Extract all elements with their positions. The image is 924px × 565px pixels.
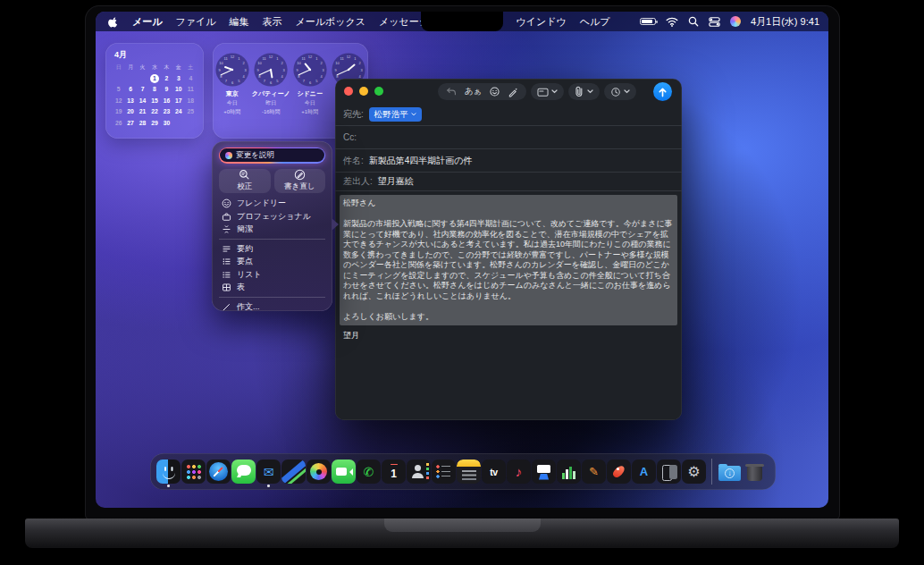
writing-tools-item-table[interactable]: 表 — [219, 282, 325, 295]
writing-tools-toolbar-icon[interactable] — [508, 87, 518, 97]
dock-item-finder[interactable] — [156, 460, 181, 484]
menu-item[interactable]: ヘルプ — [580, 15, 610, 29]
dock-item-calendar[interactable]: 1 — [382, 460, 406, 484]
system-settings-icon: ⚙ — [682, 460, 706, 484]
menu-item[interactable]: メールボックス — [296, 15, 366, 29]
messages-icon — [231, 460, 256, 484]
battery-icon[interactable] — [640, 18, 656, 26]
traffic-lights — [344, 87, 383, 96]
writing-tools-item-friendly[interactable]: フレンドリー — [219, 198, 325, 211]
siri-icon[interactable] — [730, 16, 741, 27]
clock-offset: +0時間 — [223, 108, 240, 116]
calendar-day: 6 — [124, 85, 136, 94]
world-clock: 123456789101112 シドニー今日+1時間 — [292, 53, 328, 116]
rocket-icon — [607, 460, 631, 484]
dock-item-messages[interactable] — [231, 460, 256, 484]
dock-item-launchpad[interactable] — [181, 460, 206, 484]
schedule-send-button[interactable] — [604, 83, 636, 100]
menu-item[interactable]: ファイル — [176, 15, 216, 29]
signature-text[interactable]: 望月 — [340, 325, 677, 342]
mail-icon: ✉ — [256, 460, 281, 484]
numbers-icon — [557, 460, 581, 484]
dock-item-app-store[interactable]: A — [632, 460, 656, 484]
dock-item-phone[interactable]: ✆ — [357, 460, 381, 484]
macbook-lid-groove — [384, 519, 541, 532]
calendar-weekday: 月 — [124, 63, 136, 72]
dock-item-notes[interactable] — [457, 460, 481, 484]
apple-intelligence-icon — [225, 152, 232, 159]
menu-item[interactable]: ウインドウ — [516, 15, 566, 29]
header-fields-button[interactable] — [531, 83, 564, 100]
proofread-button[interactable]: 校正 — [219, 169, 271, 193]
recipient-pill[interactable]: 松野浩平 — [369, 107, 422, 122]
menu-item[interactable]: 編集 — [230, 15, 249, 29]
menu-divider — [219, 239, 325, 240]
writing-tools-item-summary[interactable]: 要約 — [219, 242, 325, 256]
dock-item-iphone-mirroring[interactable] — [657, 460, 681, 484]
zoom-button[interactable] — [374, 87, 383, 96]
menu-item[interactable]: 表示 — [263, 15, 282, 29]
dock-item-numbers[interactable] — [557, 460, 581, 484]
writing-tools-item-list[interactable]: リスト — [219, 268, 325, 282]
dock-item-tv[interactable]: tv — [482, 460, 506, 484]
dock-item-downloads[interactable]: ↓ — [718, 460, 742, 484]
writing-tools-item-compose[interactable]: 作文... — [219, 300, 325, 314]
send-button[interactable] — [653, 82, 672, 101]
subject-field-row[interactable]: 件名: 新製品第4四半期計画の件 — [335, 149, 682, 173]
message-body[interactable]: 松野さん 新製品の市場投入戦略に関する第4四半期計画について、改めてご連絡です。… — [335, 191, 682, 345]
dock-item-facetime[interactable] — [332, 460, 356, 484]
calendar-day: 10 — [172, 85, 184, 94]
menu-bar-datetime[interactable]: 4月1日(水) 9:41 — [751, 15, 819, 29]
close-button[interactable] — [344, 87, 353, 96]
calendar-day: 26 — [113, 119, 124, 128]
writing-tools-item-concise[interactable]: 簡潔 — [219, 223, 325, 237]
calendar-day — [113, 74, 124, 83]
menu-app-name[interactable]: メール — [132, 15, 163, 29]
maps-icon — [281, 460, 306, 484]
search-icon[interactable] — [688, 16, 699, 27]
dock-item-music[interactable]: ♪ — [507, 460, 531, 484]
dock-item-safari[interactable] — [206, 460, 231, 484]
describe-change-input[interactable]: 変更を説明 — [220, 148, 323, 162]
to-field-row[interactable]: 宛先: 松野浩平 — [335, 104, 682, 126]
calendar-day: 5 — [113, 85, 124, 94]
clock-day: 今日 — [227, 99, 238, 107]
calendar-weekday: 木 — [161, 63, 172, 72]
wifi-icon[interactable] — [666, 17, 678, 27]
cc-field-row[interactable]: Cc: — [335, 126, 682, 149]
apple-menu-icon[interactable] — [108, 16, 119, 28]
writing-tools-item-key-points[interactable]: 要点 — [219, 256, 325, 269]
dock-item-rocket[interactable] — [607, 460, 631, 484]
rewrite-button[interactable]: 書き直し — [274, 169, 326, 193]
dock-item-contacts[interactable] — [407, 460, 431, 484]
calendar-day: 24 — [172, 107, 184, 116]
calendar-weekday: 水 — [148, 63, 160, 72]
calendar-widget[interactable]: 4月 日月火水木金土123456789101112131415161718192… — [105, 43, 204, 139]
attachment-button[interactable] — [568, 83, 600, 100]
svg-text:10: 10 — [297, 61, 301, 65]
dock-item-reminders[interactable] — [432, 460, 456, 484]
macbook-lid: メール ファイル編集表示メールボックスメッセージフォーマットウインドウヘルプ 4… — [85, 5, 840, 520]
minimize-button[interactable] — [359, 87, 368, 96]
writing-tools-item-professional[interactable]: プロフェッショナル — [219, 210, 325, 223]
control-center-icon[interactable] — [709, 17, 720, 27]
clock-city: シドニー — [298, 89, 323, 98]
dock-item-trash[interactable] — [743, 460, 767, 484]
dock-item-mail[interactable]: ✉ — [256, 460, 281, 484]
svg-text:10: 10 — [335, 61, 340, 65]
calendar-day: 25 — [185, 107, 197, 116]
selected-text-block[interactable]: 松野さん 新製品の市場投入戦略に関する第4四半期計画について、改めてご連絡です。… — [340, 195, 677, 325]
svg-text:10: 10 — [257, 61, 262, 65]
format-button[interactable]: あぁ — [465, 86, 482, 97]
undo-icon[interactable] — [446, 87, 457, 97]
calendar-day: 9 — [161, 85, 172, 94]
emoji-button[interactable] — [490, 87, 500, 97]
app-store-icon: A — [632, 460, 656, 484]
dock-item-keynote[interactable] — [532, 460, 556, 484]
dock-item-maps[interactable] — [281, 460, 306, 484]
world-clock: 123456789101112 クパティーノ昨日-16時間 — [253, 53, 289, 116]
dock-item-system-settings[interactable]: ⚙ — [682, 460, 706, 484]
dock-item-pages[interactable]: ✎ — [582, 460, 606, 484]
from-field-row[interactable]: 差出人: 望月嘉絵 — [335, 173, 682, 191]
dock-item-photos[interactable] — [307, 460, 331, 484]
